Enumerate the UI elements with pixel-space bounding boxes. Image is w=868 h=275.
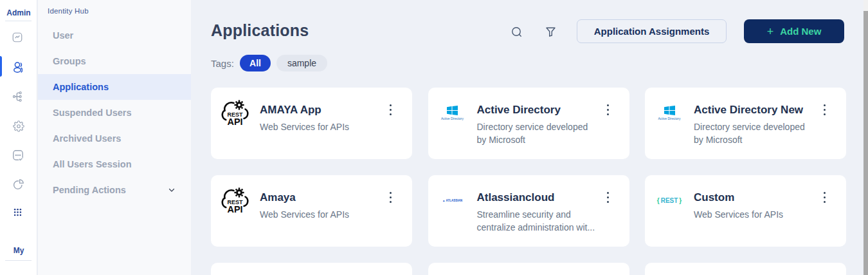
svg-text:API: API: [227, 117, 242, 127]
svg-text:API: API: [227, 204, 242, 214]
